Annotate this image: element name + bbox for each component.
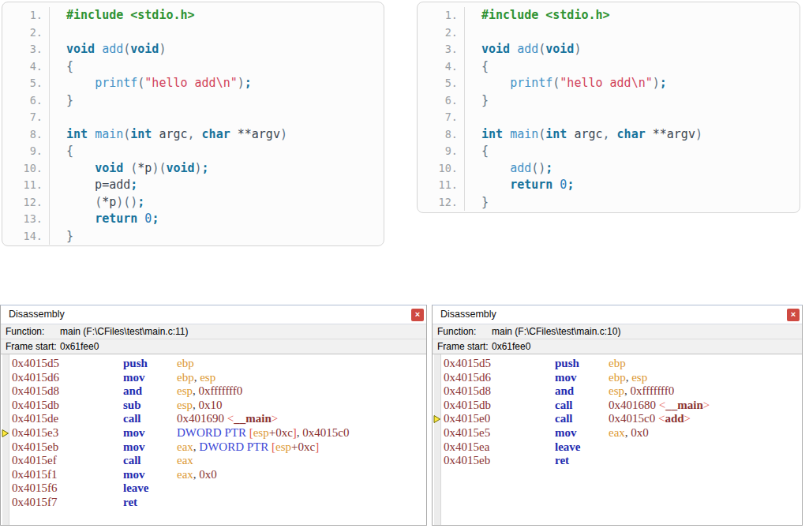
instruction-mnemonic: call (555, 399, 609, 413)
code-text: #include <stdio.h> (50, 7, 195, 24)
token-kwd: return (95, 212, 137, 226)
token-fn: add (102, 42, 123, 56)
code-text: } (465, 92, 489, 110)
disassembly-titlebar[interactable]: Disassembly × (1, 305, 426, 324)
instruction-mnemonic: and (555, 384, 609, 399)
close-button[interactable]: × (787, 309, 800, 321)
instruction-address: 0x4015e3 (12, 426, 123, 440)
instruction-operands: esp, 0xfffffff0 (609, 384, 674, 399)
token-pun: )() (116, 195, 137, 209)
token-brk: < (227, 412, 234, 425)
token-pun: } (66, 93, 73, 107)
line-number: 14. (2, 228, 50, 245)
instruction-mnemonic: mov (123, 468, 177, 482)
instruction-operands: ebp (177, 357, 194, 371)
token-sym: add (665, 412, 684, 425)
code-text: void add(void) (465, 41, 581, 58)
token-pun: { (66, 59, 73, 73)
token-pln (610, 127, 617, 141)
token-kwd: int (66, 127, 88, 141)
disasm-row: 0x4015d5pushebp (444, 357, 802, 371)
token-pun: ( (538, 127, 545, 141)
token-brk: > (272, 412, 278, 425)
line-number: 10. (2, 160, 50, 178)
frame-start-label: Frame start: (437, 339, 492, 354)
token-pun: ) (238, 76, 245, 90)
code-text: add(); (465, 160, 552, 178)
code-line: 5. printf("hello add\n"); (418, 75, 800, 92)
disasm-row: 0x4015e3movDWORD PTR [esp+0xc], 0x4015c0 (12, 426, 426, 440)
code-text: { (50, 143, 73, 160)
token-pun: )( (152, 161, 166, 175)
close-button[interactable]: × (411, 309, 424, 321)
code-line: 6.} (418, 92, 800, 110)
token-imm: 0x10 (199, 399, 223, 411)
disasm-row: 0x4015d6movebp, esp (444, 371, 802, 385)
disassembly-panel-left: Disassembly × Function: main (F:\CFiles\… (0, 305, 427, 526)
token-kwd: char (617, 127, 646, 141)
token-pun: ) (653, 76, 660, 90)
token-imm: 0x0 (631, 426, 649, 439)
token-pun: , (188, 127, 195, 141)
token-imm: 0x4015c0 (609, 412, 655, 425)
token-pun: } (481, 93, 489, 107)
token-reg: ebp (177, 357, 194, 369)
disassembly-content: 0x4015d5pushebp0x4015d6movebp, esp0x4015… (433, 354, 802, 525)
token-pln (481, 178, 510, 192)
token-reg: eax (177, 454, 193, 466)
code-text: { (50, 58, 73, 76)
disasm-row: 0x4015e0call0x4015c0 <add> (444, 412, 802, 426)
token-sym: __main (665, 399, 703, 411)
disasm-row: 0x4015dbcall0x401680 <__main> (444, 399, 802, 413)
token-fn: add (517, 42, 538, 56)
token-brk: > (703, 399, 710, 411)
token-pun: } (66, 229, 73, 243)
line-number: 3. (2, 41, 50, 58)
instruction-mnemonic: ret (555, 454, 609, 468)
token-pln (481, 161, 510, 175)
token-reg: eax (177, 468, 193, 481)
token-kwd: return (510, 178, 552, 192)
token-imm: 0x0 (199, 468, 217, 481)
code-text (465, 24, 481, 42)
instruction-address: 0x4015d5 (12, 357, 123, 371)
token-kwd: int (481, 127, 503, 141)
line-number: 12. (418, 194, 465, 212)
instruction-operands: eax, 0x0 (609, 426, 649, 440)
token-kwd: ; (545, 161, 552, 175)
token-reg: esp (177, 384, 193, 397)
code-line: 9.{ (2, 143, 384, 160)
token-reg: ebp (609, 371, 626, 384)
line-number: 1. (418, 7, 465, 24)
disasm-row: 0x4015d8andesp, 0xfffffff0 (12, 384, 426, 399)
instruction-address: 0x4015db (444, 399, 555, 413)
line-number: 4. (2, 58, 50, 76)
line-number: 6. (2, 92, 50, 110)
disasm-row: 0x4015d5pushebp (12, 357, 426, 371)
line-number: 11. (418, 177, 465, 194)
line-number: 4. (418, 58, 465, 76)
instruction-address: 0x4015d6 (444, 371, 555, 385)
token-kwd: ; (245, 76, 252, 90)
instruction-operands: ebp, esp (609, 371, 647, 385)
token-pln (137, 212, 144, 226)
code-text: printf("hello add\n"); (465, 75, 667, 92)
disassembly-titlebar[interactable]: Disassembly × (433, 305, 802, 324)
line-number: 9. (2, 143, 50, 160)
token-pun: ) (195, 161, 202, 175)
token-pun: ) (695, 127, 702, 141)
disassembly-rows: 0x4015d5pushebp0x4015d6movebp, esp0x4015… (1, 354, 426, 510)
token-pun: } (481, 195, 489, 209)
frame-start-value: 0x61fee0 (492, 339, 530, 354)
token-pun: { (66, 144, 73, 158)
instruction-address: 0x4015e0 (444, 412, 555, 426)
instruction-mnemonic: sub (123, 399, 177, 413)
code-text: { (465, 58, 489, 76)
line-number: 9. (418, 143, 465, 160)
token-pln (123, 161, 130, 175)
token-pln (95, 42, 102, 56)
code-line: 2. (418, 24, 800, 42)
current-instruction-arrow-icon (433, 414, 441, 424)
current-instruction-arrow-icon (2, 429, 9, 438)
token-imm: 0x4015c0 (302, 426, 349, 439)
